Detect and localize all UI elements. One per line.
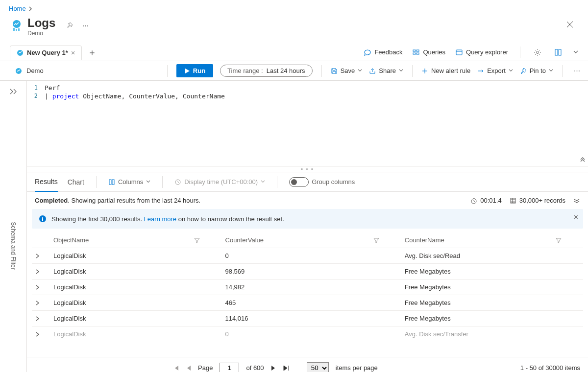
query-tabbar: New Query 1* × ＋ Feedback Queries Query …: [0, 44, 588, 61]
collapse-status-icon[interactable]: [573, 198, 580, 203]
filter-icon[interactable]: [373, 237, 379, 243]
svg-rect-2: [16, 29, 17, 31]
query-editor[interactable]: 12 Perf | project ObjectName, CounterVal…: [27, 81, 588, 166]
query-explorer-label: Query explorer: [466, 48, 508, 56]
schema-rail: Schema and Filter: [0, 81, 27, 372]
editor-code[interactable]: Perf | project ObjectName, CounterValue,…: [42, 81, 225, 166]
plus-icon: [421, 68, 428, 74]
queries-button[interactable]: Queries: [412, 48, 445, 56]
banner-learn-more[interactable]: Learn more: [144, 215, 176, 223]
results-grid: ObjectName CounterValue CounterName Logi…: [27, 229, 588, 357]
svg-rect-1: [13, 28, 15, 31]
banner-close-icon[interactable]: ×: [574, 213, 578, 222]
col-objectname[interactable]: ObjectName: [53, 236, 89, 244]
close-blade-icon[interactable]: [564, 19, 575, 30]
new-alert-label: New alert rule: [431, 67, 470, 74]
scope-selector[interactable]: Demo: [15, 67, 44, 75]
svg-rect-7: [413, 53, 416, 54]
group-columns-label: Group columns: [312, 178, 355, 186]
query-tab-icon: [16, 49, 24, 57]
pager-perpage-label: items per page: [336, 364, 378, 372]
export-icon: [477, 68, 484, 74]
columns-label: Columns: [118, 178, 143, 186]
table-row[interactable]: LogicalDisk0Avg. Disk sec/Read: [32, 248, 583, 264]
logs-app-icon: [10, 19, 24, 33]
filter-icon[interactable]: [556, 237, 562, 243]
time-range-button[interactable]: Time range : Last 24 hours: [220, 65, 313, 77]
pin-to-button[interactable]: Pin to: [520, 67, 553, 74]
table-row[interactable]: LogicalDisk0Avg. Disk sec/Transfer: [32, 326, 583, 342]
query-explorer-button[interactable]: Query explorer: [455, 48, 508, 56]
resize-grip[interactable]: • • •: [27, 166, 588, 172]
run-button[interactable]: Run: [176, 64, 213, 77]
svg-rect-11: [555, 49, 558, 55]
expand-rail-icon[interactable]: [9, 89, 17, 94]
info-banner: Showing the first 30,000 results. Learn …: [32, 209, 583, 229]
info-icon: [39, 215, 47, 223]
pager-last-icon[interactable]: [283, 365, 290, 371]
status-line: Completed. Showing partial results from …: [27, 192, 588, 209]
export-label: Export: [487, 67, 506, 74]
chevron-down-icon[interactable]: [573, 50, 578, 54]
expand-row-icon[interactable]: [36, 254, 46, 258]
table-row[interactable]: LogicalDisk114,016Free Megabytes: [32, 311, 583, 326]
expand-row-icon[interactable]: [36, 285, 46, 290]
breadcrumb-home[interactable]: Home: [9, 5, 26, 12]
query-tab-active[interactable]: New Query 1* ×: [10, 46, 82, 60]
svg-rect-8: [416, 53, 419, 54]
action-more-icon[interactable]: ⋯: [571, 66, 582, 76]
svg-rect-3: [18, 28, 20, 31]
close-tab-icon[interactable]: ×: [71, 50, 75, 55]
results-tab[interactable]: Results: [35, 172, 58, 192]
svg-rect-14: [109, 180, 111, 185]
col-countervalue[interactable]: CounterValue: [225, 236, 264, 244]
share-label: Share: [379, 67, 396, 74]
group-columns-toggle[interactable]: Group columns: [289, 177, 355, 187]
pager-first-icon: [172, 365, 179, 371]
table-row[interactable]: LogicalDisk14,982Free Megabytes: [32, 279, 583, 295]
expand-row-icon[interactable]: [36, 316, 46, 321]
expand-row-icon[interactable]: [36, 301, 46, 305]
export-button[interactable]: Export: [477, 67, 513, 74]
expand-row-icon[interactable]: [36, 269, 46, 274]
banner-text-before: Showing the first 30,000 results.: [51, 215, 144, 223]
time-range-label: Time range :: [227, 67, 263, 74]
status-message: Showing partial results from the last 24…: [70, 197, 200, 204]
pin-icon[interactable]: [64, 20, 75, 31]
status-completed: Completed: [35, 197, 68, 204]
page-header: Logs Demo ⋯: [0, 15, 588, 44]
display-time-button: Display time (UTC+00:00): [174, 178, 265, 186]
columns-button[interactable]: Columns: [108, 178, 150, 186]
pager-next-icon[interactable]: [271, 365, 276, 371]
run-label: Run: [193, 67, 205, 74]
display-time-label: Display time (UTC+00:00): [184, 178, 258, 186]
save-icon: [331, 68, 338, 74]
chart-tab[interactable]: Chart: [68, 172, 84, 192]
pager-summary: 1 - 50 of 30000 items: [520, 364, 580, 372]
svg-point-10: [537, 51, 539, 53]
pager-perpage-select[interactable]: 50: [307, 362, 329, 372]
pager-page-input[interactable]: [220, 363, 239, 372]
new-alert-button[interactable]: New alert rule: [421, 67, 470, 74]
table-row[interactable]: LogicalDisk465Free Megabytes: [32, 295, 583, 311]
filter-icon[interactable]: [194, 237, 200, 243]
col-countername[interactable]: CounterName: [405, 236, 444, 244]
svg-rect-9: [456, 50, 462, 55]
svg-rect-5: [413, 50, 416, 51]
settings-gear-icon[interactable]: [532, 47, 543, 58]
pager-of-label: of 600: [246, 364, 264, 372]
more-icon[interactable]: ⋯: [80, 20, 91, 31]
svg-rect-21: [42, 218, 43, 221]
page-subtitle: Demo: [27, 30, 55, 37]
scroll-to-top-icon[interactable]: [579, 156, 586, 163]
add-tab-icon[interactable]: ＋: [88, 46, 97, 58]
feedback-button[interactable]: Feedback: [364, 48, 402, 56]
svg-rect-6: [416, 50, 419, 51]
share-button[interactable]: Share: [369, 67, 403, 74]
expand-row-icon[interactable]: [36, 332, 46, 337]
layout-toggle-icon[interactable]: [553, 47, 564, 58]
save-button[interactable]: Save: [331, 67, 363, 74]
toggle-icon[interactable]: [289, 177, 309, 187]
pin-to-label: Pin to: [530, 67, 546, 74]
table-row[interactable]: LogicalDisk98,569Free Megabytes: [32, 264, 583, 279]
